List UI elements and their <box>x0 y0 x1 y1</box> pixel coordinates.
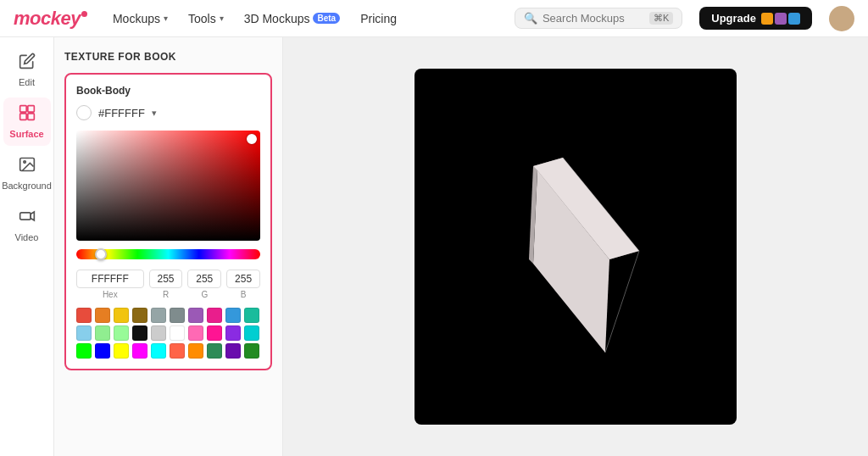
g-label: G <box>201 290 208 299</box>
brand-name: mockey <box>14 8 81 30</box>
g-input[interactable] <box>187 270 221 288</box>
color-hex-display: #FFFFFF <box>98 107 145 120</box>
nav-mockups-chevron: ▾ <box>164 14 168 23</box>
color-swatch-17[interactable] <box>207 325 222 341</box>
svg-rect-3 <box>27 114 34 120</box>
gradient-picker[interactable] <box>76 131 260 241</box>
video-icon <box>19 208 36 229</box>
nav-pricing[interactable]: Pricing <box>359 8 398 29</box>
color-preview-circle <box>76 105 92 120</box>
svg-marker-7 <box>31 212 34 220</box>
color-swatch-8[interactable] <box>225 308 241 323</box>
hex-input-group[interactable]: Hex <box>76 270 144 299</box>
svg-rect-0 <box>19 106 26 113</box>
upgrade-button[interactable]: Upgrade <box>699 7 812 30</box>
color-swatch-28[interactable] <box>225 343 241 359</box>
color-swatch-29[interactable] <box>244 343 259 359</box>
color-swatch-7[interactable] <box>207 308 222 323</box>
main-layout: Edit Surface Background <box>0 37 868 456</box>
color-swatch-22[interactable] <box>114 343 129 359</box>
color-swatch-3[interactable] <box>132 308 147 323</box>
color-swatch-15[interactable] <box>170 325 185 341</box>
sidebar-item-video[interactable]: Video <box>3 201 51 249</box>
sidebar-edit-label: Edit <box>19 77 35 87</box>
r-input-group[interactable]: R <box>149 270 183 299</box>
search-icon: 🔍 <box>524 12 537 25</box>
navbar: mockey Mockups ▾ Tools ▾ 3D Mockups Beta… <box>0 0 868 37</box>
color-swatch-18[interactable] <box>225 325 241 341</box>
background-icon <box>19 156 36 177</box>
upgrade-icons <box>761 13 800 25</box>
color-swatch-24[interactable] <box>151 343 166 359</box>
edit-icon <box>19 53 36 74</box>
sidebar-item-edit[interactable]: Edit <box>3 46 51 94</box>
sidebar-surface-label: Surface <box>9 129 43 139</box>
color-section-label: Book-Body <box>76 85 260 97</box>
sidebar-video-label: Video <box>15 232 39 242</box>
book-svg <box>474 115 677 378</box>
color-swatch-14[interactable] <box>151 325 166 341</box>
sidebar: Edit Surface Background <box>0 37 54 456</box>
svg-line-13 <box>605 251 639 353</box>
svg-point-5 <box>23 161 25 164</box>
sidebar-background-label: Background <box>2 181 52 191</box>
b-input[interactable] <box>226 270 260 288</box>
nav-pricing-label: Pricing <box>360 12 397 25</box>
search-box[interactable]: 🔍 ⌘K <box>515 8 682 29</box>
upgrade-label: Upgrade <box>711 12 756 25</box>
color-swatch-6[interactable] <box>188 308 203 323</box>
color-swatch-25[interactable] <box>170 343 185 359</box>
color-swatch-19[interactable] <box>244 325 259 341</box>
color-swatch-23[interactable] <box>132 343 147 359</box>
color-swatch-12[interactable] <box>114 325 129 341</box>
nav-3d-mockups[interactable]: 3D Mockups Beta <box>242 8 342 29</box>
color-swatch-26[interactable] <box>188 343 203 359</box>
color-swatch-27[interactable] <box>207 343 222 359</box>
color-swatch-11[interactable] <box>95 325 110 341</box>
search-shortcut: ⌘K <box>649 12 673 25</box>
nav-3d-label: 3D Mockups <box>244 12 310 25</box>
nav-mockups[interactable]: Mockups ▾ <box>111 8 170 29</box>
color-selector[interactable]: #FFFFFF ▾ <box>76 105 260 120</box>
nav-tools[interactable]: Tools ▾ <box>186 8 225 29</box>
color-picker-card: Book-Body #FFFFFF ▾ Hex <box>64 73 272 370</box>
color-swatch-4[interactable] <box>151 308 166 323</box>
svg-rect-2 <box>19 114 26 120</box>
hex-label: Hex <box>103 290 118 299</box>
surface-icon <box>19 104 36 125</box>
color-dropdown-chevron[interactable]: ▾ <box>152 108 157 119</box>
hue-slider[interactable] <box>76 249 260 259</box>
logo-dot <box>81 11 87 17</box>
color-swatch-9[interactable] <box>244 308 259 323</box>
sidebar-item-background[interactable]: Background <box>3 149 51 197</box>
color-swatch-13[interactable] <box>132 325 147 341</box>
color-swatch-10[interactable] <box>76 325 92 341</box>
canvas-area <box>283 37 868 456</box>
rgb-inputs: Hex R G B <box>76 270 260 299</box>
sidebar-item-surface[interactable]: Surface <box>3 97 51 146</box>
svg-rect-1 <box>27 106 34 113</box>
color-swatch-1[interactable] <box>95 308 110 323</box>
color-swatches <box>76 308 260 359</box>
color-swatch-2[interactable] <box>114 308 129 323</box>
hex-input[interactable] <box>76 270 144 288</box>
gradient-handle[interactable] <box>247 134 257 144</box>
svg-rect-6 <box>19 213 31 220</box>
color-swatch-20[interactable] <box>76 343 92 359</box>
panel-title: TEXTURE FOR BOOK <box>64 51 272 63</box>
beta-badge: Beta <box>313 13 340 24</box>
color-swatch-16[interactable] <box>188 325 203 341</box>
avatar[interactable] <box>829 6 854 31</box>
hue-handle[interactable] <box>95 248 107 260</box>
logo[interactable]: mockey <box>14 8 87 30</box>
b-label: B <box>241 290 247 299</box>
r-input[interactable] <box>149 270 183 288</box>
g-input-group[interactable]: G <box>187 270 221 299</box>
texture-panel: TEXTURE FOR BOOK Book-Body #FFFFFF ▾ <box>54 37 283 456</box>
color-swatch-5[interactable] <box>170 308 185 323</box>
b-input-group[interactable]: B <box>226 270 260 299</box>
search-input[interactable] <box>542 12 644 25</box>
color-swatch-21[interactable] <box>95 343 110 359</box>
color-swatch-0[interactable] <box>76 308 92 323</box>
nav-tools-label: Tools <box>188 12 216 25</box>
